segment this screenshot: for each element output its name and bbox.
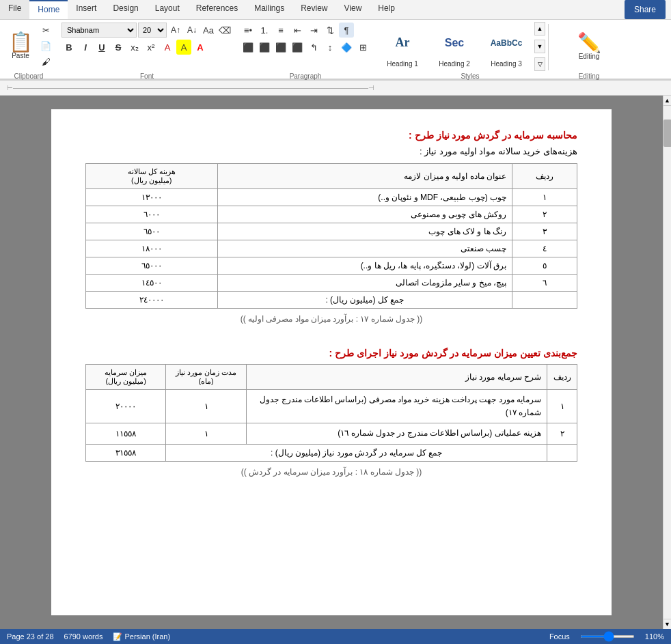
table1-cell-cost-1: ١٣٠٠٠ [86,189,218,206]
borders-button[interactable]: ⊞ [355,40,370,55]
heading2-preview: Sec [430,26,479,60]
table1-cell-cost-4: ١٨٠٠٠ [86,240,218,257]
scroll-down-button[interactable]: ▼ [663,619,671,629]
decrease-indent-button[interactable]: ⇤ [290,23,305,38]
tab-file[interactable]: File [0,0,29,19]
right-scrollbar[interactable]: ▲ ▼ [663,96,671,629]
table2-caption: (( جدول شماره ١٨ : برآورد میزان سرمایه د… [85,467,577,477]
scroll-up-button[interactable]: ▲ [663,96,671,106]
align-left-button[interactable]: ⬛ [241,40,256,55]
font-group: Shabnam 20 A↑ A↓ Aa ⌫ B I U S x₂ x² [57,21,236,81]
table2-cell-total-empty [547,444,577,461]
highlight-button[interactable]: A [176,40,191,55]
heading1-label: Heading 1 [387,60,418,68]
style-heading1[interactable]: Ar Heading 1 [377,22,428,71]
table1-col-radif: ردیف [512,164,577,189]
table1-cell-title-5: برق آلات (لولا، دستگیره، پایه ها، ریل ها… [217,257,512,275]
editing-group: ✏️ Editing Editing [566,21,612,81]
clear-format-button[interactable]: ⌫ [217,23,232,38]
superscript-button[interactable]: x² [143,40,159,55]
status-bar: Page 23 of 28 6790 words 📝 Persian (Iran… [0,629,671,644]
table2-header-row: ردیف شرح سرمایه مورد نیاز مدت زمان مورد … [86,365,577,390]
clipboard-label: Clipboard [0,72,57,80]
tab-design[interactable]: Design [105,0,146,19]
line-spacing-button[interactable]: ↕ [323,40,338,55]
tab-references[interactable]: References [188,0,246,19]
paragraph-group: ≡• 1. ≡ ⇤ ⇥ ⇅ ¶ ⬛ ⬛ ⬛ ⬛ ↰ ↕ 🔷 ⊞ [236,21,374,81]
align-center-button[interactable]: ⬛ [257,40,272,55]
table1-cell-title-3: رنگ ها و لاک های چوب [217,223,512,240]
table1-cell-title-4: چسب صنعتی [217,240,512,257]
copy-icon: 📄 [40,41,51,51]
table2-col-duration: مدت زمان مورد نیاز (ماه) [166,365,246,390]
table2: ردیف شرح سرمایه مورد نیاز مدت زمان مورد … [85,364,577,462]
cut-button[interactable]: ✂ [38,23,53,38]
font-name-select[interactable]: Shabnam [61,23,137,38]
cut-icon: ✂ [42,25,50,36]
table1-row-2: ٢ روکش های چوبی و مصنوعی ٦٠٠٠ [86,206,577,223]
styles-expand[interactable]: ▽ [534,57,545,71]
table1-cell-title-1: چوب (چوب طبیعی، MDF و نئوپان و..) [217,189,512,206]
table1-cell-radif-5: ٥ [512,257,577,275]
table1-cell-radif-4: ٤ [512,240,577,257]
bold-button[interactable]: B [61,40,77,55]
strikethrough-button[interactable]: S [111,40,126,55]
section1-title: محاسبه سرمایه در گردش مورد نیاز طرح : [85,130,577,141]
table2-cell-total-value: ٣١٥٥٨ [86,444,166,461]
font-color-button[interactable]: A [193,40,208,55]
focus-button[interactable]: Focus [549,632,570,641]
section2-title: جمع‌بندی تعیین میزان سرمایه در گردش مورد… [85,348,577,359]
font-grow-button[interactable]: A↑ [168,23,183,38]
paste-icon: 📋 [9,33,33,52]
increase-indent-button[interactable]: ⇥ [306,23,321,38]
table2-cell-amt-2: ١١٥٥٨ [86,423,166,444]
multilevel-list-button[interactable]: ≡ [273,23,288,38]
align-right-button[interactable]: ⬛ [273,40,288,55]
copy-button[interactable]: 📄 [38,38,53,53]
sort-button[interactable]: ⇅ [323,23,338,38]
italic-button[interactable]: I [78,40,93,55]
text-color-button[interactable]: A [160,40,175,55]
section1-subtitle: هزینه‌های خرید سالانه مواد اولیه مورد نی… [85,146,577,156]
format-painter-button[interactable]: 🖌 [38,54,53,69]
scroll-thumb[interactable] [663,120,671,147]
editing-button[interactable]: ✏️ Editing [570,27,608,66]
heading2-label: Heading 2 [439,60,470,68]
paste-button[interactable]: 📋 Paste [4,26,37,66]
subscript-button[interactable]: x₂ [127,40,142,55]
underline-button[interactable]: U [94,40,109,55]
document-area: محاسبه سرمایه در گردش مورد نیاز طرح : هز… [0,96,663,629]
tab-view[interactable]: View [336,0,370,19]
share-button[interactable]: Share [625,0,666,19]
rtl-button[interactable]: ↰ [306,40,321,55]
styles-scroll-down[interactable]: ▼ [534,40,545,53]
tab-mailings[interactable]: Mailings [246,0,292,19]
change-case-button[interactable]: Aa [201,23,216,38]
font-grow-icon: A↑ [171,25,180,35]
heading3-label: Heading 3 [491,60,522,68]
font-size-select[interactable]: 20 [138,23,167,38]
numbering-button[interactable]: 1. [257,23,272,38]
paragraph-label: Paragraph [236,72,374,80]
shading-button[interactable]: 🔷 [339,40,354,55]
paragraph-row1: ≡• 1. ≡ ⇤ ⇥ ⇅ ¶ [241,23,354,38]
tab-review[interactable]: Review [292,0,336,19]
styles-scroll-up[interactable]: ▲ [534,22,545,36]
tab-help[interactable]: Help [370,0,403,19]
table1-cell-cost-2: ٦٠٠٠ [86,206,218,223]
paragraph-row2: ⬛ ⬛ ⬛ ⬛ ↰ ↕ 🔷 ⊞ [241,40,370,55]
justify-button[interactable]: ⬛ [290,40,305,55]
tab-layout[interactable]: Layout [147,0,188,19]
style-heading3[interactable]: AaBbCc Heading 3 [481,22,532,71]
style-heading2[interactable]: Sec Heading 2 [429,22,480,71]
tab-insert[interactable]: Insert [68,0,105,19]
styles-scrollbar: ▲ ▼ ▽ [534,22,545,71]
font-shrink-button[interactable]: A↓ [184,23,200,38]
zoom-slider[interactable] [580,635,635,638]
page-info: Page 23 of 28 [7,632,54,641]
table1-cell-radif-2: ٢ [512,206,577,223]
tab-home[interactable]: Home [29,0,68,19]
table2-cell-desc-1: سرمایه مورد جهت پرداخت هزینه خرید مواد م… [246,390,547,423]
show-marks-button[interactable]: ¶ [339,23,354,38]
bullets-button[interactable]: ≡• [241,23,256,38]
